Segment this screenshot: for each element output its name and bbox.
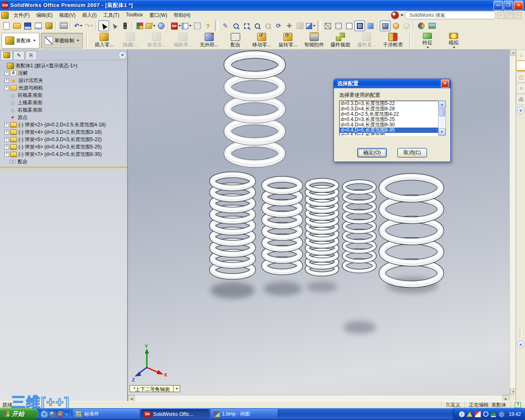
- select-other-button[interactable]: [109, 21, 120, 31]
- tree-item[interactable]: ◇前视基准面: [1, 91, 127, 99]
- apply-scene-button[interactable]: [427, 21, 437, 31]
- stoplight-button[interactable]: [120, 21, 130, 31]
- menu-帮助H[interactable]: 帮助(H): [171, 11, 194, 20]
- menu-文件F[interactable]: 文件(F): [10, 11, 33, 20]
- config-list-item[interactable]: d=0.5,D=4,长度范围…: [340, 133, 438, 136]
- tab-assembly[interactable]: 装配体: [2, 33, 39, 48]
- task-solidworks[interactable]: SWSolidWorks Offic...: [142, 409, 209, 419]
- tree-item[interactable]: 配合: [1, 158, 127, 165]
- expand-icon[interactable]: +: [5, 130, 9, 135]
- tray-umbrella-icon[interactable]: [491, 413, 496, 416]
- task-paint[interactable]: 1.bmp - 画图: [210, 409, 278, 419]
- simulation-button[interactable]: 模拟: [441, 33, 467, 48]
- hidden-lines-removed-button[interactable]: [344, 21, 354, 31]
- restore-button[interactable]: ❐: [504, 1, 513, 10]
- tab-property-manager[interactable]: ✎: [13, 51, 25, 59]
- menu-视图V[interactable]: 视图(V): [56, 11, 79, 20]
- tree-item[interactable]: +(-) 弹簧<5> (d=0.3,D=3,长度范围5-22): [1, 136, 127, 143]
- expand-icon[interactable]: +: [5, 145, 9, 149]
- taskpane-collapse2-icon[interactable]: «: [517, 340, 525, 348]
- document-manager-tab[interactable]: 品: [516, 94, 525, 105]
- tree-item[interactable]: +(-) 弹簧<4> (d=0.3,D=2,长度范围3-18): [1, 128, 127, 136]
- menu-Toolbox[interactable]: Toolbox: [123, 11, 146, 20]
- edit-color-button[interactable]: [135, 21, 145, 31]
- save-button[interactable]: [22, 21, 33, 31]
- list-scroll-down-icon[interactable]: ▼: [438, 128, 445, 135]
- window-layout-button[interactable]: [181, 21, 192, 31]
- close-button[interactable]: ×: [514, 1, 523, 10]
- undo-button[interactable]: ↶: [73, 21, 84, 31]
- ambient-occlusion-button[interactable]: [401, 21, 412, 31]
- change-suppression-button[interactable]: 改变压...: [144, 33, 170, 48]
- help-button[interactable]: ?: [203, 21, 213, 31]
- taskpane-collapse-icon[interactable]: «: [517, 106, 525, 114]
- rotate-component-button[interactable]: 旋转零...: [275, 33, 301, 48]
- wireframe-button[interactable]: [322, 21, 333, 31]
- menu-编辑E[interactable]: 编辑(E): [33, 11, 56, 20]
- expand-icon[interactable]: +: [5, 71, 9, 75]
- print-button[interactable]: [58, 21, 69, 31]
- mdi-close-button[interactable]: ×: [514, 12, 522, 19]
- search-dropdown-icon[interactable]: [400, 14, 404, 16]
- options-button[interactable]: [192, 21, 203, 31]
- shaded-button[interactable]: [365, 21, 376, 31]
- tray-network-icon[interactable]: [498, 411, 505, 418]
- tab-sketch[interactable]: 草图绘制: [41, 33, 83, 48]
- zoom-in-out-button[interactable]: [252, 21, 262, 31]
- tree-item[interactable]: 装配体1 (默认<显示状态-1>): [1, 62, 127, 69]
- expand-icon[interactable]: +: [5, 123, 9, 127]
- tray-collapse-icon[interactable]: ‹: [459, 411, 465, 417]
- horizontal-scrollbar[interactable]: ◀ ▶: [128, 395, 509, 402]
- menu-工具T[interactable]: 工具(T): [100, 11, 123, 20]
- zoom-fit-button[interactable]: [231, 21, 241, 31]
- list-scroll-thumb[interactable]: [439, 108, 445, 116]
- expand-icon[interactable]: +: [5, 152, 9, 157]
- configuration-listbox[interactable]: d=0.3,D=3,长度范围5-22d=0.3,D=4,长度范围6-28d=0.…: [339, 100, 439, 136]
- tree-item[interactable]: +☼光源与相机: [1, 84, 127, 91]
- search-input[interactable]: SolidWorks 搜索: [405, 11, 496, 19]
- edit-appearance-button[interactable]: [416, 21, 427, 31]
- solidworks-office-button[interactable]: SW: [171, 21, 181, 31]
- no-external-references-button[interactable]: 无外部...: [196, 33, 222, 48]
- view-dropdown-icon[interactable]: [173, 385, 180, 392]
- ok-button[interactable]: 确定(O): [357, 148, 387, 158]
- tab-feature-tree[interactable]: [1, 51, 12, 59]
- search-tab[interactable]: ○: [516, 83, 525, 94]
- tab-configuration-manager[interactable]: ⎘: [25, 51, 37, 59]
- tree-item[interactable]: +(-) 弹簧<2> (d=0.2,D=2.5,长度范围4-18): [1, 121, 127, 128]
- solidworks-resources-tab[interactable]: ⌂: [516, 50, 525, 60]
- graphics-viewport[interactable]: YXZ: [128, 49, 509, 395]
- mdi-restore-button[interactable]: ❐: [506, 12, 513, 19]
- realview-button[interactable]: [390, 21, 401, 31]
- hide-show-button[interactable]: 隐藏/...: [117, 33, 144, 48]
- view-orientation-button[interactable]: [305, 21, 316, 31]
- zoom-selected-button[interactable]: [262, 21, 273, 31]
- make-assembly-button[interactable]: [43, 21, 54, 31]
- make-drawing-button[interactable]: [33, 21, 43, 31]
- move-component-button[interactable]: 移动零...: [249, 33, 275, 48]
- features-button[interactable]: 特征: [414, 33, 441, 48]
- smart-fasteners-button[interactable]: 智能扣件: [301, 33, 327, 48]
- tree-item[interactable]: ◇右视基准面: [1, 106, 127, 114]
- tree-item[interactable]: +(-) 弹簧<6> (d=0.4,D=3,长度范围5-25): [1, 143, 127, 151]
- edit-component-button[interactable]: 编辑零...: [170, 33, 196, 48]
- tree-item[interactable]: +◆设计活页夹: [1, 77, 127, 84]
- interference-detection-button[interactable]: 干涉检查: [380, 33, 406, 48]
- listbox-scrollbar[interactable]: ▲ ▼: [438, 100, 446, 136]
- tray-alert-icon[interactable]: [467, 412, 472, 417]
- tray-app-icon[interactable]: [475, 411, 481, 418]
- insert-component-button[interactable]: 插入零...: [91, 33, 117, 48]
- exploded-view-button[interactable]: 爆炸视图: [327, 33, 354, 48]
- panel-expand-icon[interactable]: »: [119, 51, 126, 59]
- tree-item[interactable]: +A注解: [1, 69, 127, 77]
- tree-item[interactable]: +(-) 弹簧<7> (d=0.4,D=5,长度范围8-35): [1, 151, 127, 158]
- rotate-view-button[interactable]: ⟳: [273, 21, 284, 31]
- hidden-lines-visible-button[interactable]: [333, 21, 344, 31]
- expand-icon[interactable]: +: [5, 78, 9, 83]
- shaded-with-edges-button[interactable]: [354, 21, 365, 31]
- select-button[interactable]: [98, 21, 109, 31]
- tree-item[interactable]: ⌖原点: [1, 114, 127, 121]
- mass-properties-button[interactable]: [156, 21, 167, 31]
- shadows-in-shaded-button[interactable]: [380, 21, 390, 31]
- vertical-scrollbar[interactable]: ▲ ▼: [509, 49, 516, 395]
